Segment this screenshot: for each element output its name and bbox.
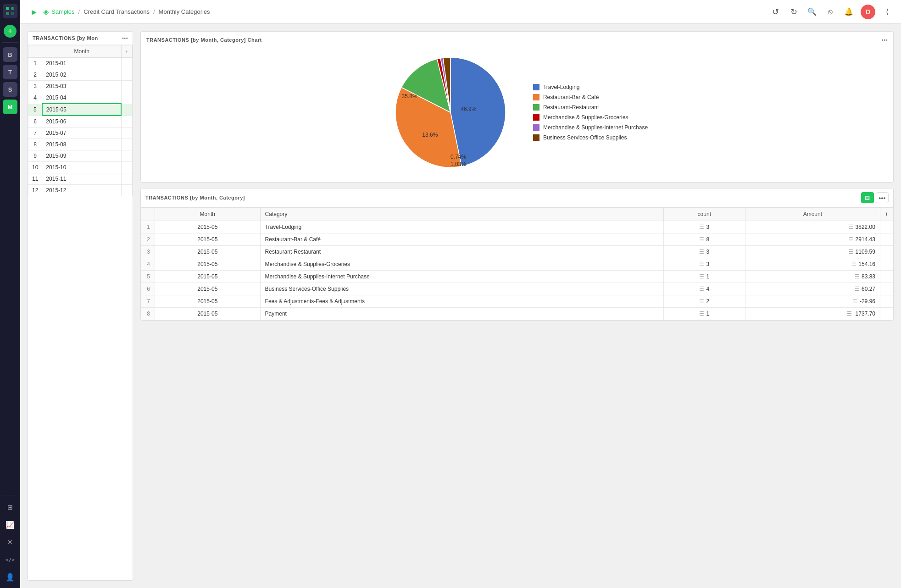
- avatar[interactable]: D: [861, 5, 875, 19]
- breadcrumb: ▶ ◈ Samples / Credit Card Transactions /…: [28, 6, 765, 18]
- count-icon: ☰: [699, 261, 704, 267]
- data-table-row[interactable]: 4 2015-05 Merchandise & Supplies-Groceri…: [141, 258, 893, 271]
- redo-button[interactable]: ↻: [787, 6, 800, 18]
- row-add: [121, 104, 132, 116]
- data-table-row[interactable]: 8 2015-05 Payment ☰1 ☰-1737.70: [141, 308, 893, 320]
- left-table: Month + 1 2015-01 2 2015-02 3 2015-03 4 …: [28, 45, 133, 196]
- search-button[interactable]: 🔍: [806, 6, 818, 18]
- data-table-row[interactable]: 1 2015-05 Travel-Lodging ☰3 ☰3822.00: [141, 221, 893, 233]
- row-category: Travel-Lodging: [260, 221, 663, 233]
- undo-button[interactable]: ↺: [769, 6, 782, 18]
- share-button[interactable]: ⎋: [824, 6, 837, 18]
- table-more-button[interactable]: •••: [876, 192, 889, 203]
- pie-label-travel: 46.9%: [461, 106, 476, 112]
- legend-label: Merchandise & Supplies-Internet Purchase: [543, 124, 648, 131]
- month-cell: 2015-03: [42, 81, 122, 92]
- left-table-row[interactable]: 12 2015-12: [28, 185, 133, 196]
- pie-label-merch-internet: 1.03%: [450, 161, 466, 167]
- left-table-row[interactable]: 11 2015-11: [28, 173, 133, 185]
- data-table-scroll[interactable]: Month Category count Amount + 1 2015-05 …: [141, 207, 893, 320]
- bell-button[interactable]: 🔔: [842, 6, 855, 18]
- left-table-row[interactable]: 1 2015-01: [28, 58, 133, 69]
- count-icon: ☰: [699, 286, 704, 292]
- sidebar-user-icon[interactable]: 👤: [3, 570, 17, 584]
- data-table-panel: TRANSACTIONS [by Month, Category] ⊟ ••• …: [140, 188, 894, 321]
- filter-button[interactable]: ⊟: [861, 192, 874, 203]
- row-num: 6: [141, 283, 155, 295]
- left-table-scroll[interactable]: Month + 1 2015-01 2 2015-02 3 2015-03 4 …: [28, 45, 133, 580]
- row-add: [121, 173, 132, 185]
- data-table-row[interactable]: 2 2015-05 Restaurant-Bar & Café ☰8 ☰2914…: [141, 233, 893, 246]
- legend-label: Restaurant-Bar & Café: [543, 94, 599, 100]
- left-table-more-button[interactable]: •••: [122, 35, 128, 41]
- legend-item: Restaurant-Bar & Café: [533, 94, 648, 100]
- sidebar-item-t[interactable]: T: [3, 65, 17, 79]
- left-table-header: TRANSACTIONS [by Mon •••: [28, 32, 133, 45]
- collapse-button[interactable]: ⟨: [881, 6, 894, 18]
- data-table-row[interactable]: 5 2015-05 Merchandise & Supplies-Interne…: [141, 271, 893, 283]
- chart-panel-header: TRANSACTIONS [by Month, Category] Chart …: [146, 37, 888, 43]
- add-button[interactable]: +: [4, 25, 17, 38]
- row-num: 8: [28, 139, 42, 150]
- data-table-row[interactable]: 6 2015-05 Business Services-Office Suppl…: [141, 283, 893, 295]
- left-table-row[interactable]: 9 2015-09: [28, 150, 133, 162]
- row-num: 4: [141, 258, 155, 271]
- amount-icon: ☰: [849, 224, 854, 230]
- legend-color-swatch: [533, 124, 539, 131]
- breadcrumb-monthly-categories: Monthly Categories: [159, 8, 210, 15]
- row-num: 4: [28, 92, 42, 104]
- row-num: 8: [141, 308, 155, 320]
- col-add-button[interactable]: +: [121, 45, 132, 58]
- row-amount: ☰83.83: [745, 271, 880, 283]
- left-table-row[interactable]: 4 2015-04: [28, 92, 133, 104]
- svg-rect-3: [11, 12, 14, 15]
- row-category: Merchandise & Supplies-Groceries: [260, 258, 663, 271]
- col2-category: Category: [260, 208, 663, 221]
- sidebar-toggle-icon[interactable]: ▶: [28, 6, 40, 18]
- sidebar-item-b[interactable]: B: [3, 47, 17, 62]
- col2-add[interactable]: +: [880, 208, 893, 221]
- row-category: Restaurant-Bar & Café: [260, 233, 663, 246]
- sidebar-item-m[interactable]: M: [3, 100, 17, 114]
- chart-panel: TRANSACTIONS [by Month, Category] Chart …: [140, 31, 894, 183]
- sidebar-transform-icon[interactable]: ✕: [3, 535, 17, 549]
- data-table-row[interactable]: 7 2015-05 Fees & Adjustments-Fees & Adju…: [141, 295, 893, 308]
- legend-item: Business Services-Office Supplies: [533, 134, 648, 141]
- sidebar-chart-icon[interactable]: 📈: [3, 517, 17, 532]
- sidebar-item-s[interactable]: S: [3, 82, 17, 97]
- month-cell: 2015-07: [42, 128, 122, 139]
- row-month: 2015-05: [155, 308, 261, 320]
- data-table-row[interactable]: 3 2015-05 Restaurant-Restaurant ☰3 ☰1109…: [141, 246, 893, 258]
- row-num: 2: [141, 233, 155, 246]
- month-cell: 2015-11: [42, 173, 122, 185]
- left-table-row[interactable]: 7 2015-07: [28, 128, 133, 139]
- sidebar-code-icon[interactable]: </>: [3, 552, 17, 567]
- legend-label: Merchandise & Supplies-Groceries: [543, 114, 628, 121]
- count-icon: ☰: [699, 224, 704, 230]
- amount-icon: ☰: [855, 286, 860, 292]
- row-num: 11: [28, 173, 42, 185]
- sidebar-grid-icon[interactable]: ⊞: [3, 500, 17, 515]
- left-table-row[interactable]: 10 2015-10: [28, 162, 133, 173]
- left-table-row[interactable]: 2 2015-02: [28, 69, 133, 81]
- left-table-title: TRANSACTIONS [by Mon: [33, 35, 98, 41]
- row-num: 5: [141, 271, 155, 283]
- row-count-cell: ☰4: [663, 283, 745, 295]
- pie-segment[interactable]: [450, 57, 506, 166]
- breadcrumb-samples[interactable]: Samples: [51, 8, 75, 15]
- left-table-row[interactable]: 6 2015-06: [28, 116, 133, 128]
- row-num: 7: [28, 128, 42, 139]
- row-add: [121, 92, 132, 104]
- row-amount: ☰1109.59: [745, 246, 880, 258]
- row-amount: ☰60.27: [745, 283, 880, 295]
- count-icon: ☰: [699, 311, 704, 317]
- left-table-row[interactable]: 3 2015-03: [28, 81, 133, 92]
- svg-rect-0: [6, 7, 9, 10]
- left-table-panel: TRANSACTIONS [by Mon ••• Month + 1 2015-…: [28, 31, 133, 581]
- amount-icon: ☰: [849, 236, 854, 243]
- month-cell: 2015-09: [42, 150, 122, 162]
- left-table-row[interactable]: 8 2015-08: [28, 139, 133, 150]
- left-table-row[interactable]: 5 2015-05: [28, 104, 133, 116]
- legend-color-swatch: [533, 104, 539, 111]
- chart-more-button[interactable]: •••: [882, 37, 888, 43]
